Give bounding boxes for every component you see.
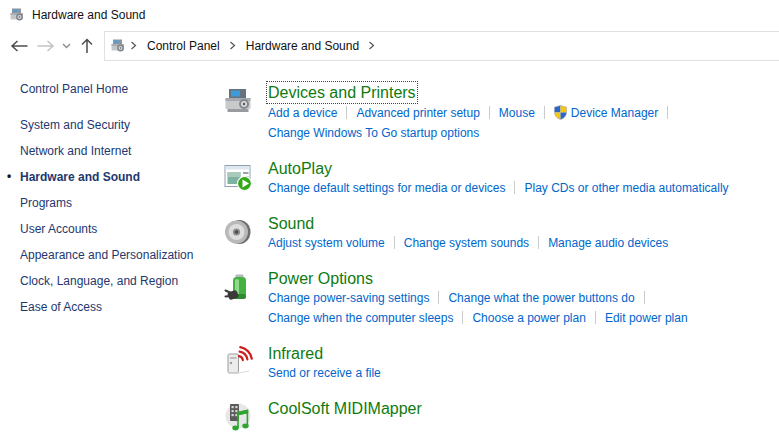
sidebar-item-label: Ease of Access bbox=[20, 300, 102, 314]
link-change-when-the-computer-sleeps[interactable]: Change when the computer sleeps bbox=[268, 311, 453, 325]
power-options-icon bbox=[222, 271, 254, 303]
section-coolsoft-midimapper: CoolSoft MIDIMapper bbox=[222, 399, 779, 433]
link-separator bbox=[489, 106, 490, 119]
autoplay-icon bbox=[222, 161, 254, 193]
breadcrumb: Control PanelHardware and Sound bbox=[126, 39, 380, 53]
link-change-default-settings-for-media-or-devices[interactable]: Change default settings for media or dev… bbox=[268, 181, 505, 195]
section-title-infrared[interactable]: Infrared bbox=[268, 344, 323, 363]
forward-arrow-icon[interactable] bbox=[32, 33, 58, 59]
link-separator bbox=[667, 106, 668, 119]
sidebar-item-label: Hardware and Sound bbox=[20, 170, 140, 184]
link-change-power-saving-settings[interactable]: Change power-saving settings bbox=[268, 291, 429, 305]
link-separator bbox=[394, 236, 395, 249]
section-autoplay: AutoPlayChange default settings for medi… bbox=[222, 159, 779, 201]
devices-and-printers-icon bbox=[222, 85, 254, 117]
sidebar-item-hardware-and-sound[interactable]: •Hardware and Sound bbox=[20, 169, 210, 185]
link-separator bbox=[346, 106, 347, 119]
uac-shield-icon bbox=[554, 105, 567, 120]
sidebar-item-label: Clock, Language, and Region bbox=[20, 274, 178, 288]
sidebar-item-label: System and Security bbox=[20, 118, 130, 132]
content-area: Control Panel HomeSystem and SecurityNet… bbox=[0, 62, 779, 446]
hardware-and-sound-icon bbox=[9, 7, 25, 23]
link-add-a-device[interactable]: Add a device bbox=[268, 106, 337, 120]
infrared-icon bbox=[222, 346, 254, 378]
section-title-sound[interactable]: Sound bbox=[268, 214, 314, 233]
section-title-power-options[interactable]: Power Options bbox=[268, 269, 373, 288]
sidebar-item-label: User Accounts bbox=[20, 222, 97, 236]
task-links-row: Change when the computer sleepsChoose a … bbox=[268, 311, 688, 326]
sidebar-item-label: Programs bbox=[20, 196, 72, 210]
control-panel-window: Hardware and Sound bbox=[0, 0, 779, 446]
up-arrow-icon[interactable] bbox=[74, 33, 100, 59]
link-device-manager[interactable]: Device Manager bbox=[554, 106, 658, 120]
breadcrumb-control-panel[interactable]: Control Panel bbox=[142, 39, 225, 53]
breadcrumb-chevron-icon[interactable] bbox=[225, 41, 241, 50]
navigation-bar: Control PanelHardware and Sound bbox=[0, 30, 779, 62]
link-separator bbox=[544, 106, 545, 119]
titlebar: Hardware and Sound bbox=[0, 0, 779, 30]
section-body: SoundAdjust system volumeChange system s… bbox=[268, 214, 668, 256]
link-mouse[interactable]: Mouse bbox=[499, 106, 535, 120]
midimapper-icon bbox=[222, 401, 254, 433]
section-power-options: Power OptionsChange power-saving setting… bbox=[222, 269, 779, 331]
link-send-or-receive-a-file[interactable]: Send or receive a file bbox=[268, 366, 381, 380]
breadcrumb-hardware-and-sound[interactable]: Hardware and Sound bbox=[241, 39, 364, 53]
section-body: Power OptionsChange power-saving setting… bbox=[268, 269, 688, 331]
sidebar: Control Panel HomeSystem and SecurityNet… bbox=[0, 62, 222, 325]
link-separator bbox=[538, 236, 539, 249]
link-change-what-the-power-buttons-do[interactable]: Change what the power buttons do bbox=[448, 291, 634, 305]
link-separator bbox=[514, 181, 515, 194]
sidebar-item-label: Control Panel Home bbox=[20, 82, 128, 96]
link-manage-audio-devices[interactable]: Manage audio devices bbox=[548, 236, 668, 250]
link-change-system-sounds[interactable]: Change system sounds bbox=[404, 236, 529, 250]
section-sound: SoundAdjust system volumeChange system s… bbox=[222, 214, 779, 256]
link-separator bbox=[644, 291, 645, 304]
sidebar-item-system-and-security[interactable]: System and Security bbox=[20, 117, 210, 133]
section-devices-and-printers: Devices and PrintersAdd a deviceAdvanced… bbox=[222, 83, 779, 146]
sidebar-item-programs[interactable]: Programs bbox=[20, 195, 210, 211]
section-body: Devices and PrintersAdd a deviceAdvanced… bbox=[268, 83, 677, 146]
link-adjust-system-volume[interactable]: Adjust system volume bbox=[268, 236, 385, 250]
window-title: Hardware and Sound bbox=[32, 8, 145, 22]
task-links-row: Change Windows To Go startup options bbox=[268, 126, 677, 141]
link-play-cds-or-other-media-automatically[interactable]: Play CDs or other media automatically bbox=[524, 181, 728, 195]
breadcrumb-chevron-icon[interactable] bbox=[126, 41, 142, 50]
sidebar-item-control-panel-home[interactable]: Control Panel Home bbox=[20, 81, 210, 97]
sidebar-item-appearance-and-personalization[interactable]: Appearance and Personalization bbox=[20, 247, 210, 263]
sound-icon bbox=[222, 216, 254, 248]
link-edit-power-plan[interactable]: Edit power plan bbox=[605, 311, 688, 325]
breadcrumb-chevron-icon[interactable] bbox=[364, 41, 380, 50]
link-advanced-printer-setup[interactable]: Advanced printer setup bbox=[356, 106, 479, 120]
task-links-row: Add a deviceAdvanced printer setupMouseD… bbox=[268, 105, 677, 121]
active-item-bullet: • bbox=[7, 168, 11, 184]
link-separator bbox=[462, 311, 463, 324]
section-title-devices-and-printers[interactable]: Devices and Printers bbox=[268, 83, 416, 102]
link-choose-a-power-plan[interactable]: Choose a power plan bbox=[472, 311, 585, 325]
section-body: CoolSoft MIDIMapper bbox=[268, 399, 422, 433]
task-links-row: Change default settings for media or dev… bbox=[268, 181, 729, 196]
task-links-row: Send or receive a file bbox=[268, 366, 381, 381]
main-content: Devices and PrintersAdd a deviceAdvanced… bbox=[222, 62, 779, 446]
task-links-row: Adjust system volumeChange system sounds… bbox=[268, 236, 668, 251]
back-arrow-icon[interactable] bbox=[6, 33, 32, 59]
sidebar-item-label: Appearance and Personalization bbox=[20, 248, 193, 262]
sidebar-item-clock-language-and-region[interactable]: Clock, Language, and Region bbox=[20, 273, 210, 289]
link-separator bbox=[438, 291, 439, 304]
address-bar[interactable]: Control PanelHardware and Sound bbox=[104, 31, 779, 61]
link-change-windows-to-go-startup-options[interactable]: Change Windows To Go startup options bbox=[268, 126, 479, 140]
control-panel-icon bbox=[110, 38, 126, 54]
section-body: InfraredSend or receive a file bbox=[268, 344, 381, 386]
section-title-autoplay[interactable]: AutoPlay bbox=[268, 159, 332, 178]
nav-buttons bbox=[0, 33, 104, 59]
section-infrared: InfraredSend or receive a file bbox=[222, 344, 779, 386]
sidebar-item-label: Network and Internet bbox=[20, 144, 131, 158]
sidebar-item-network-and-internet[interactable]: Network and Internet bbox=[20, 143, 210, 159]
task-links-row: Change power-saving settingsChange what … bbox=[268, 291, 688, 306]
chevron-down-icon[interactable] bbox=[58, 33, 74, 59]
sidebar-item-user-accounts[interactable]: User Accounts bbox=[20, 221, 210, 237]
section-title-coolsoft-midimapper[interactable]: CoolSoft MIDIMapper bbox=[268, 399, 422, 418]
section-body: AutoPlayChange default settings for medi… bbox=[268, 159, 729, 201]
link-separator bbox=[595, 311, 596, 324]
sidebar-item-ease-of-access[interactable]: Ease of Access bbox=[20, 299, 210, 315]
